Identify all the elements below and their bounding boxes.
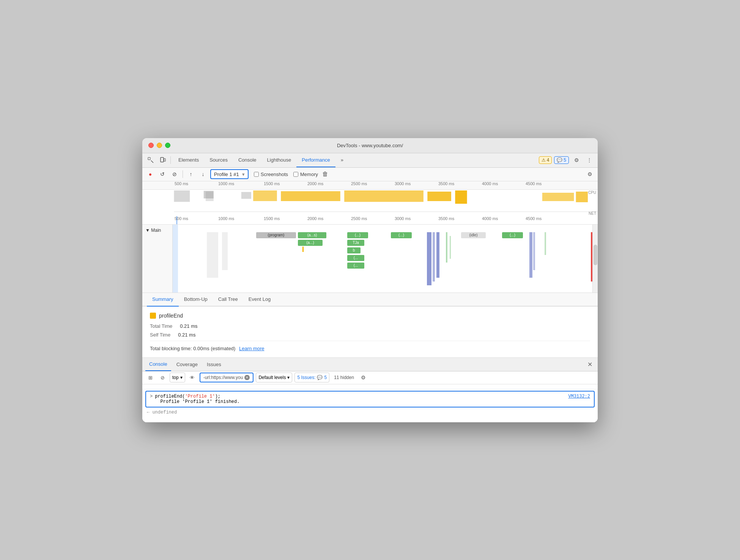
svg-rect-2: [164, 159, 165, 161]
title-bar: DevTools - www.youtube.com/: [142, 138, 598, 153]
window-title: DevTools - www.youtube.com/: [337, 143, 403, 148]
tab-summary[interactable]: Summary: [147, 293, 179, 307]
issues-count-badge[interactable]: 5 Issues: 💬 5: [294, 373, 329, 382]
ruler2-label-8: 4500 ms: [526, 216, 542, 221]
more-options-btn[interactable]: ⋮: [584, 155, 595, 165]
record-btn[interactable]: ●: [145, 169, 155, 179]
console-tab-issues[interactable]: Issues: [203, 357, 225, 371]
total-time-row: Total Time 0.21 ms: [150, 323, 590, 329]
download-btn[interactable]: ↓: [198, 169, 208, 179]
filter-input[interactable]: -url:https://www.you ✕: [200, 373, 254, 382]
tab-event-log[interactable]: Event Log: [243, 293, 276, 307]
delete-recordings-btn[interactable]: 🗑: [320, 169, 330, 179]
console-top-bar: Console Coverage Issues ✕: [142, 358, 598, 371]
flame-block-dots3[interactable]: (...: [347, 255, 364, 261]
screenshots-checkbox[interactable]: Screenshots: [254, 171, 288, 177]
svg-rect-0: [148, 157, 150, 160]
ruler2-label-5: 3000 ms: [395, 216, 411, 221]
console-close-btn[interactable]: ✕: [585, 359, 595, 369]
flame-label-dots5: (...): [510, 233, 515, 237]
svg-rect-12: [204, 191, 214, 198]
console-entry-text: profileEnd('Profile 1'); Profile 'Profil…: [155, 394, 568, 404]
tab-sources[interactable]: Sources: [204, 153, 233, 167]
ruler-label-8: 4500 ms: [526, 181, 542, 186]
console-highlighted-entry[interactable]: > profileEnd('Profile 1'); Profile 'Prof…: [145, 391, 595, 407]
svg-rect-10: [542, 193, 574, 201]
tab-bottom-up[interactable]: Bottom-Up: [179, 293, 213, 307]
tab-call-tree[interactable]: Call Tree: [213, 293, 243, 307]
upload-btn[interactable]: ↑: [186, 169, 196, 179]
ruler2-label-3: 2000 ms: [307, 216, 323, 221]
perf-settings-btn[interactable]: ⚙: [585, 169, 595, 179]
tab-lighthouse[interactable]: Lighthouse: [262, 153, 297, 167]
tab-console[interactable]: Console: [233, 153, 262, 167]
console-line1-string: 'Profile 1': [185, 394, 215, 399]
flame-block-dots2[interactable]: (...): [391, 232, 412, 238]
filter-settings-btn[interactable]: ⚙: [359, 373, 368, 382]
top-nav: Elements Sources Console Lighthouse Perf…: [142, 153, 598, 168]
flame-block-as[interactable]: (a...s): [298, 232, 326, 238]
net-label: NET: [589, 211, 596, 216]
nav-tabs: Elements Sources Console Lighthouse Perf…: [173, 153, 537, 167]
svg-rect-7: [344, 190, 424, 202]
timeline-charts: CPU NET: [142, 190, 598, 216]
ruler-label-5: 3000 ms: [395, 181, 411, 186]
tab-elements[interactable]: Elements: [173, 153, 204, 167]
flame-block-b[interactable]: b: [347, 247, 361, 253]
filter-clear-btn[interactable]: ✕: [244, 375, 250, 380]
default-levels-selector[interactable]: Default levels ▾: [256, 373, 292, 382]
device-toolbar-btn[interactable]: [157, 155, 168, 165]
screenshots-input[interactable]: [254, 172, 259, 177]
close-button[interactable]: [148, 143, 154, 148]
console-tab-console[interactable]: Console: [145, 357, 171, 371]
minimize-button[interactable]: [157, 143, 162, 148]
reload-btn[interactable]: ↺: [157, 169, 167, 179]
inspect-element-btn[interactable]: [145, 155, 156, 165]
clear-btn[interactable]: ⊘: [170, 169, 179, 179]
warning-badge[interactable]: ⚠ 4: [539, 156, 552, 164]
console-tab-coverage[interactable]: Coverage: [173, 357, 202, 371]
settings-nav-btn[interactable]: ⚙: [571, 155, 582, 165]
ruler-label-1: 1000 ms: [218, 181, 234, 186]
memory-input[interactable]: [293, 172, 298, 177]
flame-block-a[interactable]: (a...): [298, 240, 323, 246]
issues-count: 5: [324, 375, 327, 380]
info-badge[interactable]: 💬 5: [554, 156, 569, 164]
console-undefined: ← undefined: [142, 409, 598, 416]
flame-block-idle[interactable]: (idle): [461, 232, 486, 238]
ruler-label-4: 2500 ms: [351, 181, 367, 186]
console-expand-arrow[interactable]: >: [150, 394, 153, 399]
flame-label-program: (program): [268, 233, 285, 237]
svg-rect-8: [427, 192, 451, 201]
self-time-value: 0.21 ms: [178, 332, 195, 338]
self-time-row: Self Time 0.21 ms: [150, 332, 590, 338]
tab-performance[interactable]: Performance: [296, 153, 335, 167]
file-reference[interactable]: VM3132:2: [568, 394, 590, 399]
maximize-button[interactable]: [165, 143, 170, 148]
flame-block-dots1[interactable]: (...): [347, 232, 368, 238]
flame-block-dots4[interactable]: (...: [347, 263, 364, 269]
console-line2: Profile 'Profile 1' finished.: [161, 399, 240, 404]
ruler2-label-2: 1500 ms: [264, 216, 280, 221]
profile-name: Profile 1 #1: [214, 171, 239, 177]
learn-more-link[interactable]: Learn more: [239, 346, 264, 351]
tab-more[interactable]: »: [335, 153, 349, 167]
flame-block-tja[interactable]: TJa: [347, 240, 364, 246]
context-dropdown-icon: ▾: [180, 375, 183, 380]
profile-selector[interactable]: Profile 1 #1 ▾: [210, 169, 249, 179]
svg-rect-11: [576, 192, 588, 202]
memory-checkbox[interactable]: Memory: [293, 171, 318, 177]
context-selector[interactable]: top ▾: [170, 373, 185, 382]
devtools-window: DevTools - www.youtube.com/ Elements Sou…: [142, 138, 598, 422]
flame-label-dots4: (...: [354, 263, 358, 267]
warn-icon: ⚠: [542, 157, 546, 163]
clear-console-btn[interactable]: ⊘: [157, 373, 167, 382]
flame-block-program[interactable]: (program): [256, 232, 296, 238]
svg-rect-9: [455, 190, 467, 204]
flame-label-b: b: [353, 248, 355, 252]
sidebar-toggle-btn[interactable]: ⊞: [145, 373, 155, 382]
flame-block-dots5[interactable]: (...): [502, 232, 523, 238]
eye-btn[interactable]: 👁: [187, 373, 197, 382]
flame-label-dots3: (...: [354, 256, 358, 260]
warn-count: 4: [547, 157, 549, 163]
